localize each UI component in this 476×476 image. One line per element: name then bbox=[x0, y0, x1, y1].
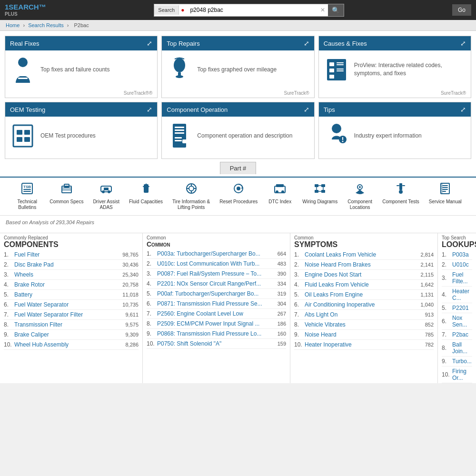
item-link[interactable]: P003a: Turbocharger/Supercharger Bo... bbox=[157, 250, 275, 257]
expand-icon[interactable]: ⤢ bbox=[304, 40, 309, 47]
expand-icon[interactable]: ⤢ bbox=[304, 106, 309, 113]
card-real-fixes[interactable]: Real Fixes ⤢ Top fixes and failure count… bbox=[5, 36, 158, 98]
toolbar-service-manual[interactable]: Service Manual bbox=[425, 180, 466, 212]
card-oem-testing[interactable]: OEM Testing ⤢ OEM Test procedures bbox=[5, 102, 158, 159]
card-tips-header: Tips ⤢ bbox=[319, 102, 471, 117]
svg-rect-58 bbox=[315, 184, 318, 187]
item-link[interactable]: Noise Heard From Brakes bbox=[305, 261, 417, 268]
causes-fixes-icon bbox=[325, 57, 348, 83]
reset-procedures-label: Reset Procedures bbox=[219, 199, 258, 205]
item-link[interactable]: Heater C... bbox=[452, 288, 472, 301]
toolbar-tsb[interactable]: TSB TechnicalBulletins bbox=[10, 180, 44, 212]
common-symptoms-col: Common SYMPTOMS 1. Coolant Leaks From Ve… bbox=[290, 233, 438, 383]
item-link[interactable]: Brake Rotor bbox=[14, 281, 119, 288]
list-item: 3. P0087: Fuel Rail/System Pressure – To… bbox=[147, 269, 286, 279]
item-link[interactable]: P2201 bbox=[452, 305, 472, 311]
toolbar-fluid-capacities[interactable]: Fluid Capacities bbox=[125, 180, 167, 212]
item-rank: 1. bbox=[442, 251, 450, 258]
item-link[interactable]: P2509: ECM/PCM Power Input Signal ... bbox=[157, 320, 275, 327]
search-button[interactable]: 🔍 bbox=[328, 4, 344, 16]
part-tab[interactable]: Part # bbox=[220, 162, 257, 174]
item-link[interactable]: P2bac bbox=[452, 331, 472, 338]
item-link[interactable]: P2560: Engine Coolant Level Low bbox=[157, 310, 275, 317]
item-link[interactable]: Fuel Water Separator Filter bbox=[14, 311, 122, 318]
data-section: Commonly Replaced COMPONENTS 1. Fuel Fil… bbox=[0, 233, 476, 383]
svg-rect-76 bbox=[442, 191, 446, 192]
item-link[interactable]: P003a bbox=[452, 251, 472, 258]
item-link[interactable]: P0868: Transmission Fluid Pressure Lo... bbox=[157, 330, 275, 337]
item-link[interactable]: Coolant Leaks From Vehicle bbox=[305, 251, 417, 258]
item-rank: 10. bbox=[4, 341, 12, 348]
toolbar-common-specs[interactable]: Common Specs bbox=[46, 180, 87, 212]
item-link[interactable]: Fuel Water Separator bbox=[14, 301, 119, 308]
item-link[interactable]: Firing Or... bbox=[452, 368, 472, 381]
item-link[interactable]: Disc Brake Pad bbox=[14, 261, 119, 268]
item-rank: 4. bbox=[4, 281, 12, 288]
item-link[interactable]: Fuel Filte... bbox=[452, 271, 472, 285]
item-link[interactable]: P2201: NOx Sensor Circuit Range/Perf... bbox=[157, 280, 275, 287]
card-tips[interactable]: Tips ⤢ Industry expert information bbox=[318, 102, 471, 159]
item-link[interactable]: Oil Leaks From Engine bbox=[305, 291, 417, 298]
breadcrumb-home[interactable]: Home bbox=[6, 22, 20, 28]
expand-icon[interactable]: ⤢ bbox=[460, 106, 466, 113]
toolbar-tire-info[interactable]: Tire Information &Lifting Points bbox=[169, 180, 214, 212]
reset-procedures-icon bbox=[232, 182, 245, 198]
item-rank: 4. bbox=[442, 291, 450, 298]
svg-rect-23 bbox=[175, 137, 182, 139]
item-link[interactable]: U010c bbox=[452, 261, 472, 268]
search-input[interactable] bbox=[186, 5, 317, 15]
item-link[interactable]: Abs Light On bbox=[305, 311, 422, 318]
item-link[interactable]: Brake Caliper bbox=[14, 331, 122, 338]
toolbar-dtc-index[interactable]: DTC Index bbox=[263, 180, 297, 212]
svg-rect-33 bbox=[23, 191, 31, 192]
toolbar-reset-procedures[interactable]: Reset Procedures bbox=[216, 180, 261, 212]
common-specs-label: Common Specs bbox=[50, 199, 83, 205]
list-item: 10. P0750: Shift Solenoid "A" 159 bbox=[147, 339, 286, 349]
item-rank: 3. bbox=[294, 271, 303, 278]
item-link[interactable]: Engine Does Not Start bbox=[305, 271, 417, 278]
item-link[interactable]: Noise Heard bbox=[305, 331, 422, 338]
oem-testing-icon bbox=[11, 123, 35, 149]
card-real-fixes-header: Real Fixes ⤢ bbox=[5, 36, 157, 50]
card-component-operation[interactable]: Component Operation ⤢ Component operati bbox=[161, 102, 314, 159]
item-link[interactable]: P0087: Fuel Rail/System Pressure – To... bbox=[157, 270, 275, 277]
item-link[interactable]: Transmission Filter bbox=[14, 321, 122, 328]
item-link[interactable]: Turbo... bbox=[452, 358, 472, 365]
item-link[interactable]: Battery bbox=[14, 291, 119, 298]
card-causes-fixes[interactable]: Causes & Fixes ⤢ ProView: bbox=[318, 36, 471, 98]
list-item: 2. U010c: Lost Communication With Turb..… bbox=[147, 259, 286, 269]
item-link[interactable]: U010c: Lost Communication With Turb... bbox=[157, 260, 275, 267]
item-rank: 7. bbox=[442, 331, 450, 338]
item-link[interactable]: Air Conditioning Inoperative bbox=[305, 301, 417, 308]
card-causes-fixes-header: Causes & Fixes ⤢ bbox=[319, 36, 471, 50]
item-link[interactable]: Wheel Hub Assembly bbox=[14, 341, 122, 348]
expand-icon[interactable]: ⤢ bbox=[147, 40, 152, 47]
card-top-repairs[interactable]: Top Repairs ⤢ Top fixes graphed over mil… bbox=[161, 36, 314, 98]
component-locations-label: ComponentLocations bbox=[347, 199, 372, 210]
commonly-replaced-top: Commonly Replaced bbox=[4, 235, 139, 240]
toolbar-driver-assist[interactable]: Driver AssistADAS bbox=[89, 180, 123, 212]
toolbar-component-tests[interactable]: Component Tests bbox=[378, 180, 423, 212]
item-link[interactable]: P00af: Turbocharger/Supercharger Bo... bbox=[157, 290, 275, 297]
item-link[interactable]: Nox Sen... bbox=[452, 315, 472, 328]
item-link[interactable]: Heater Inoperative bbox=[305, 341, 422, 348]
list-item: 5. Battery 11,018 bbox=[4, 290, 139, 300]
breadcrumb-search-results[interactable]: Search Results bbox=[28, 22, 64, 28]
item-link[interactable]: Vehicle Vibrates bbox=[305, 321, 422, 328]
item-count: 2,115 bbox=[420, 272, 434, 278]
item-link[interactable]: Ball Join... bbox=[452, 341, 472, 355]
toolbar-wiring-diagrams[interactable]: Wiring Diagrams bbox=[298, 180, 341, 212]
go-button[interactable]: Go bbox=[452, 4, 471, 16]
search-clear-icon[interactable]: ✕ bbox=[317, 7, 328, 13]
expand-icon[interactable]: ⤢ bbox=[147, 106, 152, 113]
svg-rect-61 bbox=[321, 190, 325, 193]
item-link[interactable]: Fluid Leaks From Vehicle bbox=[305, 281, 417, 288]
list-item: 4. Heater C... bbox=[442, 287, 472, 303]
item-rank: 6. bbox=[294, 301, 303, 308]
item-link[interactable]: P0750: Shift Solenoid "A" bbox=[157, 340, 275, 347]
toolbar-component-locations[interactable]: ComponentLocations bbox=[343, 180, 377, 212]
item-link[interactable]: Wheels bbox=[14, 271, 119, 278]
item-link[interactable]: P0871: Transmission Fluid Pressure Se... bbox=[157, 300, 275, 307]
expand-icon[interactable]: ⤢ bbox=[460, 40, 466, 47]
item-link[interactable]: Fuel Filter bbox=[14, 251, 119, 258]
